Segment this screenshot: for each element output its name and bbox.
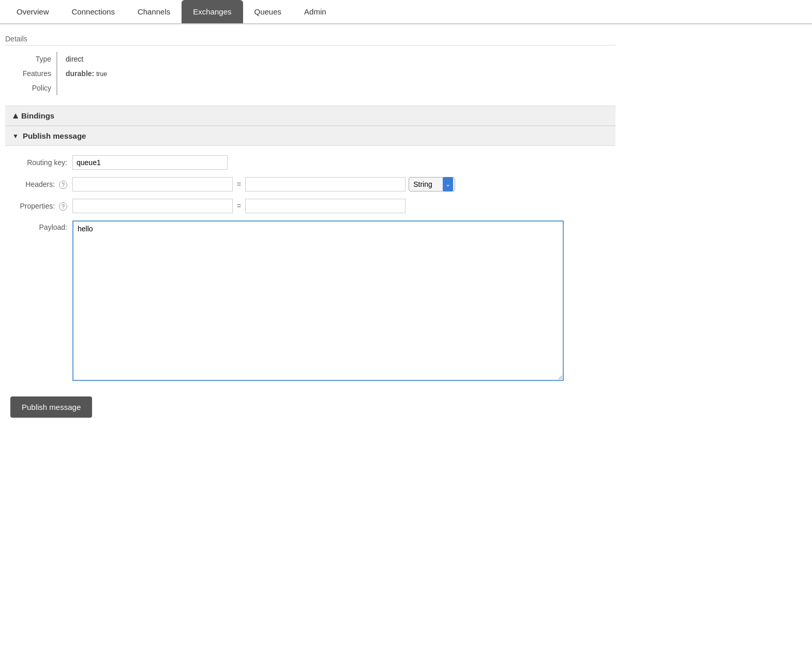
type-row: Type direct [5,52,615,66]
properties-row: Properties: ? = [10,199,610,213]
headers-row: Headers: ? = String Number Boolean ⌄ [10,177,610,192]
policy-label: Policy [5,81,57,95]
headers-equals: = [233,180,245,188]
type-label: Type [5,52,57,66]
properties-value-input[interactable] [245,199,405,213]
nav-item-queues[interactable]: Queues [243,0,293,23]
nav-item-connections[interactable]: Connections [61,0,126,23]
routing-key-input[interactable] [72,155,228,170]
details-section: Details Type direct Features durable: tr… [5,35,615,95]
payload-row: Payload: hello [10,220,610,381]
type-value: direct [57,52,615,66]
nav-item-admin[interactable]: Admin [293,0,338,23]
headers-value-input[interactable] [245,177,405,192]
details-title: Details [5,35,615,46]
routing-key-label: Routing key: [10,158,72,167]
type-select-wrapper: String Number Boolean ⌄ [409,177,455,192]
main-content: Details Type direct Features durable: tr… [0,24,621,433]
features-row: Features durable: true [5,66,615,81]
bindings-title: Bindings [21,111,54,120]
policy-row: Policy [5,81,615,95]
publish-message-header[interactable]: ▼ Publish message [5,126,615,146]
properties-equals: = [233,202,245,210]
features-value: durable: true [57,66,615,81]
properties-key-input[interactable] [72,199,233,213]
type-select[interactable]: String Number Boolean [409,177,455,192]
publish-message-body: Routing key: Headers: ? = String Number … [5,146,615,423]
headers-label: Headers: ? [10,180,72,189]
publish-message-arrow-icon: ▼ [12,132,19,140]
nav-item-exchanges[interactable]: Exchanges [182,0,243,23]
nav-item-channels[interactable]: Channels [126,0,182,23]
bindings-header[interactable]: ▶ Bindings [5,106,615,126]
durable-value: true [96,70,107,78]
bindings-arrow-icon: ▶ [11,113,19,118]
payload-label: Payload: [10,220,72,231]
publish-message-title: Publish message [23,131,86,140]
publish-message-button[interactable]: Publish message [10,396,92,418]
nav-bar: Overview Connections Channels Exchanges … [0,0,812,24]
durable-label: durable: [66,69,94,78]
policy-value [57,81,615,95]
routing-key-row: Routing key: [10,155,610,170]
bindings-section: ▶ Bindings [5,106,615,126]
headers-key-input[interactable] [72,177,233,192]
properties-help-icon[interactable]: ? [59,202,67,211]
properties-label: Properties: ? [10,202,72,211]
headers-help-icon[interactable]: ? [59,181,67,189]
nav-item-overview[interactable]: Overview [5,0,61,23]
details-table: Type direct Features durable: true Polic… [5,52,615,95]
payload-textarea[interactable]: hello [72,220,564,381]
publish-message-section: ▼ Publish message Routing key: Headers: … [5,126,615,423]
features-label: Features [5,66,57,81]
